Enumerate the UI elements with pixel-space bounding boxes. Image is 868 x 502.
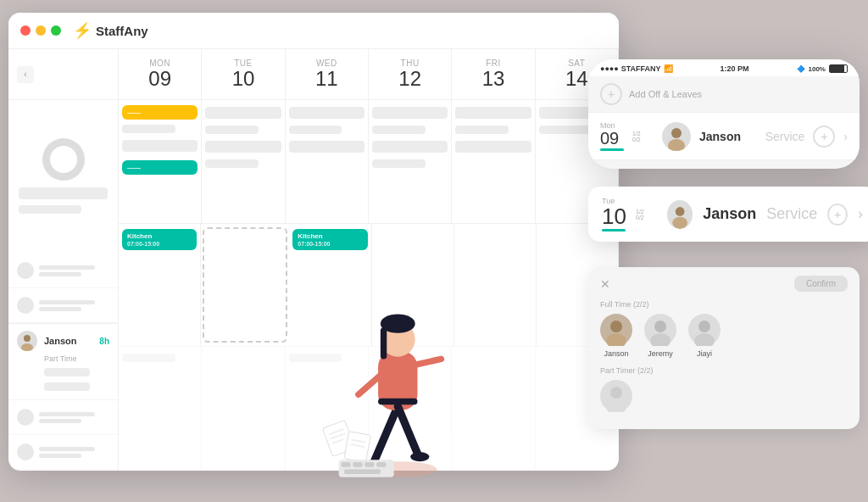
add-off-row[interactable]: + Add Off & Leaves: [588, 76, 860, 113]
staff-avatar-pt1: [600, 380, 632, 412]
placeholder: [205, 141, 281, 153]
donut-lines: [19, 186, 108, 215]
placeholder: [289, 141, 364, 153]
day-header-mon: Mon 09: [119, 49, 202, 99]
placeholder: [289, 354, 342, 362]
teal-underline: [600, 148, 624, 151]
status-signal: ●●●● STAFFANY 📶: [600, 64, 673, 73]
ghost-row-4: [8, 435, 118, 470]
titlebar: ⚡ StaffAny: [8, 13, 619, 49]
ghost-lines: [39, 300, 109, 311]
cal-col-thu: [369, 100, 452, 223]
cal-col-tue-row2[interactable]: [203, 227, 287, 343]
maximize-button[interactable]: [51, 25, 61, 36]
shift-time: 07:00-15:00: [127, 241, 192, 247]
placeholder: [122, 354, 175, 362]
add-shift-button-mon[interactable]: +: [813, 126, 835, 148]
svg-point-3: [668, 139, 685, 151]
ft-info: 0/2: [632, 137, 654, 142]
cal-col-fri-row2: [454, 224, 537, 347]
minimize-button[interactable]: [36, 25, 46, 36]
add-off-label: Add Off & Leaves: [629, 89, 702, 99]
close-panel-button[interactable]: ✕: [600, 277, 610, 291]
pt-ft-info-mon: 1/2 0/2: [632, 131, 654, 142]
ghost-line: [39, 300, 95, 304]
day-number: 13: [482, 68, 505, 90]
cal-col-wed: [286, 100, 369, 223]
employee-type: Part Time: [44, 354, 109, 363]
svg-point-4: [676, 207, 685, 216]
kitchen-shift-wed[interactable]: Kitchen 07:00-15:00: [292, 229, 367, 250]
ghost-line: [39, 412, 95, 416]
teal-underline-tue: [602, 229, 626, 231]
tue-card: Tue 10 1/2 0/2 Janson Service + ›: [588, 187, 868, 242]
placeholder: [372, 159, 426, 168]
svg-point-7: [606, 333, 626, 346]
sidebar: ‹: [8, 49, 119, 470]
service-label-mon: Service: [765, 130, 805, 143]
logo-icon: ⚡: [73, 21, 92, 40]
ghost-line: [39, 454, 81, 458]
collapse-button[interactable]: ‹: [17, 66, 34, 83]
employee-avatar-tue: [667, 200, 693, 229]
ghost-col: [369, 347, 452, 470]
placeholder: [455, 126, 509, 134]
shift-block-teal[interactable]: ——: [122, 160, 198, 175]
kitchen-shift-mon[interactable]: Kitchen 07:00-15:00: [122, 229, 197, 250]
placeholder: [372, 107, 448, 119]
ft-info-tue: 0/2: [636, 215, 657, 220]
close-button[interactable]: [20, 25, 31, 36]
cal-col-mon: —— ——: [119, 100, 202, 223]
cal-col-mon-row2: Kitchen 07:00-15:00: [119, 224, 201, 347]
cal-col-thu-row2: [372, 224, 454, 347]
day-number: 14: [565, 68, 588, 90]
ghost-line: [39, 447, 95, 451]
shift-block-yellow[interactable]: ——: [122, 105, 198, 120]
shift-time: 07:00-15:00: [298, 241, 362, 247]
staff-name-jeremy: Jeremy: [648, 349, 673, 358]
shift-location: Kitchen: [298, 232, 362, 240]
wifi-icon: 📶: [664, 64, 673, 73]
avatar-img: [662, 122, 691, 151]
phone-overlay: ●●●● STAFFANY 📶 1:20 PM 🔷 100% + Add Off…: [588, 59, 860, 169]
sched-day-num: 09: [600, 130, 619, 147]
bluetooth-icon: 🔷: [797, 65, 805, 73]
bottom-panel: ✕ Confirm Full Time (2/2) Janson Jeremy: [588, 267, 860, 429]
service-label-tue: Service: [766, 205, 817, 223]
ghost-col: [119, 347, 202, 470]
bar: [44, 382, 90, 391]
ghost-line: [39, 272, 81, 276]
shift-placeholder: ——: [127, 109, 192, 116]
placeholder: [372, 126, 426, 134]
signal-dots: ●●●●: [600, 64, 619, 73]
schedule-date-tue: Tue 10: [602, 197, 626, 231]
calendar-body-row3: [119, 346, 619, 470]
ghost-row-2: [8, 288, 118, 323]
employee-info: Janson 8h: [17, 331, 109, 351]
add-shift-button-tue[interactable]: +: [827, 204, 848, 226]
staff-member-jeremy: Jeremy: [644, 314, 676, 358]
traffic-lights: [20, 25, 61, 36]
phone-status-bar: ●●●● STAFFANY 📶 1:20 PM 🔷 100%: [588, 59, 860, 76]
ghost-avatar: [17, 297, 34, 314]
time-display: 1:20 PM: [721, 64, 749, 73]
schedule-row-mon[interactable]: Mon 09 1/2 0/2 Janson Service + ›: [588, 113, 860, 160]
add-off-button[interactable]: +: [600, 83, 622, 105]
staff-avatars-ft: Janson Jeremy Jiayi: [600, 314, 848, 358]
donut-area: [8, 100, 118, 254]
confirm-button[interactable]: Confirm: [794, 276, 848, 292]
employee-name-tue: Janson: [703, 205, 756, 223]
battery-level: 100%: [809, 65, 826, 73]
placeholder: [289, 107, 364, 119]
placeholder: [205, 107, 281, 119]
staff-avatar-janson: [600, 314, 632, 346]
day-number: 09: [148, 68, 171, 90]
main-window: ⚡ StaffAny ‹: [8, 13, 619, 471]
employee-bars: [44, 366, 109, 393]
svg-point-2: [671, 128, 682, 138]
ghost-col: [202, 347, 285, 470]
chevron-right-icon-mon: ›: [843, 130, 848, 143]
placeholder: [122, 140, 198, 152]
placeholder: [539, 126, 593, 134]
ghost-line: [39, 265, 95, 270]
